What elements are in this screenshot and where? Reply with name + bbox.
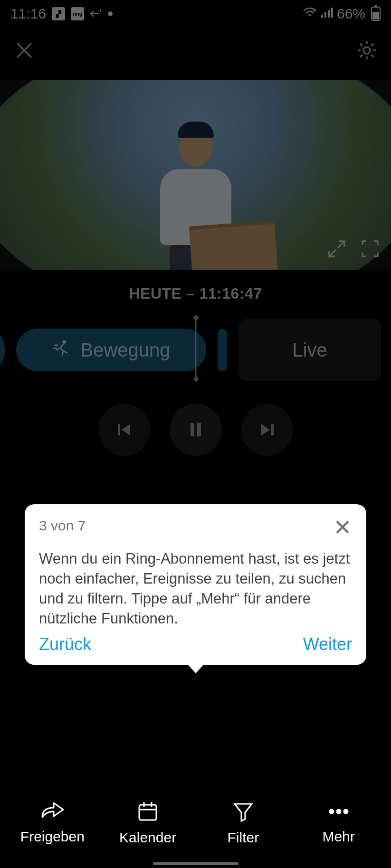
nav-more[interactable]: Mehr xyxy=(296,801,381,845)
svg-rect-9 xyxy=(197,423,201,436)
svg-point-12 xyxy=(330,810,334,813)
expand-icon xyxy=(326,238,347,259)
video-preview[interactable] xyxy=(0,80,391,270)
svg-rect-11 xyxy=(139,805,156,820)
nav-filter-label: Filter xyxy=(228,830,259,846)
fullscreen-icon xyxy=(360,238,381,259)
svg-point-14 xyxy=(344,810,348,813)
skip-next-icon xyxy=(257,419,277,440)
svg-point-6 xyxy=(62,340,66,344)
timeline-event-partial-2[interactable] xyxy=(218,329,227,371)
skip-next-button[interactable] xyxy=(241,404,293,456)
delivery-person xyxy=(158,128,234,270)
ellipsis-icon xyxy=(327,801,351,822)
status-bar: 11:16 ▞ ring 6 66% xyxy=(0,0,391,28)
tutorial-tooltip: 3 von 7 Wenn du ein Ring-Abonnement hast… xyxy=(25,504,366,665)
close-icon xyxy=(333,518,352,537)
tooltip-body: Wenn du ein Ring-Abonnement hast, ist es… xyxy=(39,549,352,628)
fullscreen-button[interactable] xyxy=(360,238,381,261)
tooltip-step-counter: 3 von 7 xyxy=(39,518,86,534)
tooltip-back-button[interactable]: Zurück xyxy=(39,634,91,654)
app-header xyxy=(0,28,391,75)
timeline-event-partial[interactable] xyxy=(0,329,5,371)
motion-label: Bewegung xyxy=(80,340,170,361)
svg-rect-3 xyxy=(328,10,330,18)
dot-icon xyxy=(108,11,113,16)
pause-button[interactable] xyxy=(170,404,222,456)
nav-calendar-label: Kalender xyxy=(119,830,176,846)
live-button[interactable]: Live xyxy=(238,319,381,381)
gallery-icon: ▞ xyxy=(52,7,65,20)
battery-icon xyxy=(371,7,381,21)
svg-rect-1 xyxy=(321,15,323,18)
status-time: 11:16 xyxy=(10,6,46,22)
timeline-playhead[interactable] xyxy=(195,319,196,381)
close-icon xyxy=(13,39,35,61)
ring-app-icon: ring xyxy=(71,7,84,20)
gear-icon xyxy=(356,39,378,61)
playback-controls xyxy=(0,404,391,456)
timeline-timestamp: HEUTE – 11:16:47 xyxy=(0,285,391,302)
pause-icon xyxy=(185,419,206,440)
tooltip-next-button[interactable]: Weiter xyxy=(303,634,352,654)
nav-filter[interactable]: Filter xyxy=(200,800,286,846)
live-label: Live xyxy=(292,340,327,361)
status-left: 11:16 ▞ ring xyxy=(10,6,113,22)
skip-previous-icon xyxy=(114,419,135,440)
timeline-event-motion[interactable]: Bewegung xyxy=(16,329,206,371)
nav-more-label: Mehr xyxy=(322,829,354,845)
share-arrow-icon xyxy=(39,801,65,822)
wifi-icon: 6 xyxy=(303,6,317,22)
calendar-icon xyxy=(136,800,159,823)
battery-percent: 66% xyxy=(337,6,365,22)
nav-share[interactable]: Freigeben xyxy=(10,801,95,845)
settings-button[interactable] xyxy=(356,39,378,63)
nav-calendar[interactable]: Kalender xyxy=(105,800,191,846)
status-right: 6 66% xyxy=(303,6,381,22)
svg-rect-8 xyxy=(191,423,194,436)
home-indicator[interactable] xyxy=(153,862,238,865)
close-button[interactable] xyxy=(13,39,35,63)
nav-share-label: Freigeben xyxy=(20,829,85,845)
funnel-icon xyxy=(232,800,255,823)
expand-button[interactable] xyxy=(326,238,347,261)
bottom-nav: Freigeben Kalender Filter Mehr xyxy=(0,787,391,859)
reply-icon xyxy=(90,6,102,22)
svg-rect-10 xyxy=(271,424,274,435)
svg-text:6: 6 xyxy=(313,8,315,13)
svg-rect-4 xyxy=(331,8,333,18)
svg-point-5 xyxy=(363,47,370,54)
tooltip-close-button[interactable] xyxy=(333,518,352,538)
svg-rect-7 xyxy=(118,424,120,435)
skip-previous-button[interactable] xyxy=(98,404,151,456)
running-person-icon xyxy=(52,339,71,362)
svg-rect-2 xyxy=(324,12,326,18)
svg-point-13 xyxy=(337,810,341,813)
cell-signal-icon xyxy=(321,6,333,22)
